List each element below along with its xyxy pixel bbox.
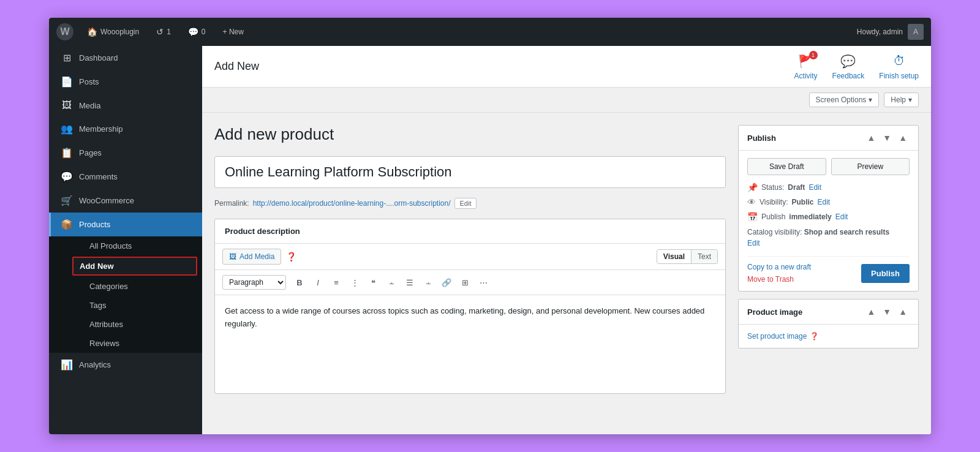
sidebar-item-label-posts: Posts [79,77,99,86]
save-draft-button[interactable]: Save Draft [747,158,826,175]
feedback-action[interactable]: 💬 Feedback [832,53,865,80]
submenu-label-all-products: All Products [89,241,132,250]
set-product-image-link[interactable]: Set product image ❓ [747,332,910,341]
permalink-url[interactable]: http://demo.local/product/online-learnin… [253,199,451,208]
catalog-visibility-row: Catalog visibility: Shop and search resu… [747,227,910,249]
ul-button[interactable]: ≡ [328,274,345,291]
sidebar-item-label-pages: Pages [79,148,102,157]
new-item[interactable]: + New [219,25,247,39]
sidebar-item-membership[interactable]: 👥 Membership [49,117,202,141]
visibility-label: Visibility: [760,198,788,206]
italic-button[interactable]: I [309,274,326,291]
preview-button[interactable]: Preview [831,158,910,175]
product-title-input[interactable] [214,156,726,188]
ol-button[interactable]: ⋮ [346,274,363,291]
feedback-icon: 💬 [839,53,858,69]
add-media-label: Add Media [239,252,274,261]
comments-icon: 💬 [61,171,73,183]
main-content: Add New 🚩 1 Activity 💬 Feedba [202,46,931,434]
activity-action[interactable]: 🚩 1 Activity [794,53,818,80]
sidebar-item-label-membership: Membership [79,124,123,134]
sidebar-item-label-woocommerce: WooCommerce [79,196,134,205]
text-tab[interactable]: Text [692,250,717,263]
calendar-icon: 📅 [747,212,758,222]
updates-item[interactable]: ↺ 1 [153,24,175,39]
submenu-label-tags: Tags [89,301,106,310]
publish-meta-box: Publish ▲ ▼ ▲ Save Draft Preview [738,125,919,292]
sidebar-item-analytics[interactable]: 📊 Analytics [49,353,202,377]
sidebar-item-dashboard[interactable]: ⊞ Dashboard [49,46,202,70]
right-sidebar: Publish ▲ ▼ ▲ Save Draft Preview [738,125,919,422]
submenu-categories[interactable]: Categories [67,277,202,296]
submenu-tags[interactable]: Tags [67,296,202,315]
product-image-title: Product image [747,307,802,317]
editor-help-icon[interactable]: ❓ [286,252,296,262]
visual-text-tabs: Visual Text [657,249,718,264]
permalink-edit-button[interactable]: Edit [454,198,477,209]
publish-button[interactable]: Publish [861,264,910,283]
status-icon: 📌 [747,183,758,192]
publish-box-body: Save Draft Preview 📌 Status: Draft Edit … [739,151,918,291]
move-trash-link[interactable]: Move to Trash [747,275,811,284]
more-button[interactable]: ⋯ [475,274,492,291]
home-icon: 🏠 [87,27,97,37]
status-value: Draft [788,183,805,192]
sidebar-item-products[interactable]: 📦 Products [49,213,202,236]
copy-draft-link[interactable]: Copy to a new draft [747,263,811,271]
sidebar-item-woocommerce[interactable]: 🛒 WooCommerce [49,189,202,213]
avatar[interactable]: A [908,24,924,40]
editor-box: Product description 🖼 Add Media ❓ Visual… [214,219,726,394]
publish-buttons: Save Draft Preview [747,158,910,175]
comments-item[interactable]: 💬 0 [184,24,209,39]
editor-content[interactable]: Get access to a wide range of courses ac… [215,295,725,393]
pages-icon: 📋 [61,147,73,159]
comment-count: 0 [202,28,206,36]
main-editor: Add new product Permalink: http://demo.l… [214,125,726,422]
wp-body: ⊞ Dashboard 📄 Posts 🖼 Media 👥 Membership… [49,46,931,434]
publish-box-close[interactable]: ▲ [896,132,910,144]
product-image-up[interactable]: ▲ [864,306,878,318]
product-image-controls: ▲ ▼ ▲ [864,306,910,318]
align-right-button[interactable]: ⫠ [420,274,437,291]
add-media-button[interactable]: 🖼 Add Media [222,249,281,265]
screen-options-button[interactable]: Screen Options ▾ [809,92,880,107]
sidebar-item-label-comments: Comments [79,172,118,181]
submenu-attributes[interactable]: Attributes [67,315,202,334]
finish-setup-action[interactable]: ⏱ Finish setup [879,53,919,80]
editor-header: Product description [215,219,725,244]
submenu-add-new[interactable]: Add New [72,257,197,276]
align-center-button[interactable]: ☰ [401,274,418,291]
site-name-item[interactable]: 🏠 Woooplugin [83,24,143,39]
submenu-reviews[interactable]: Reviews [67,334,202,353]
blockquote-button[interactable]: ❝ [364,274,382,291]
catalog-visibility-edit-link[interactable]: Edit [747,239,760,247]
publish-time-edit-link[interactable]: Edit [835,213,848,221]
visual-tab[interactable]: Visual [657,250,692,263]
sidebar-item-media[interactable]: 🖼 Media [49,94,202,117]
admin-bar-left: W 🏠 Woooplugin ↺ 1 💬 0 + New [56,23,847,40]
submenu-label-attributes: Attributes [89,320,123,329]
edit-area: Add new product Permalink: http://demo.l… [202,113,931,434]
sidebar-item-pages[interactable]: 📋 Pages [49,141,202,165]
sidebar-item-posts[interactable]: 📄 Posts [49,70,202,94]
sidebar-item-comments[interactable]: 💬 Comments [49,165,202,189]
submenu-all-products[interactable]: All Products [67,236,202,255]
publish-box-up[interactable]: ▲ [864,132,878,144]
status-edit-link[interactable]: Edit [809,183,821,192]
align-left-button[interactable]: ⫠ [383,274,400,291]
visibility-edit-link[interactable]: Edit [817,198,830,206]
publish-box-down[interactable]: ▼ [880,132,894,144]
feedback-label: Feedback [832,72,865,80]
table-button[interactable]: ⊞ [456,274,473,291]
wp-logo-icon[interactable]: W [56,23,74,40]
product-image-close[interactable]: ▲ [896,306,910,318]
woocommerce-icon: 🛒 [61,195,73,206]
updates-icon: ↺ [156,27,164,37]
media-icon: 🖼 [61,100,73,111]
format-select[interactable]: Paragraph Heading 1 Heading 2 Heading 3 … [222,275,286,290]
submenu-label-add-new: Add New [80,262,114,271]
product-image-down[interactable]: ▼ [880,306,894,318]
help-button[interactable]: Help ▾ [884,92,919,107]
link-button[interactable]: 🔗 [438,274,455,291]
bold-button[interactable]: B [291,274,308,291]
